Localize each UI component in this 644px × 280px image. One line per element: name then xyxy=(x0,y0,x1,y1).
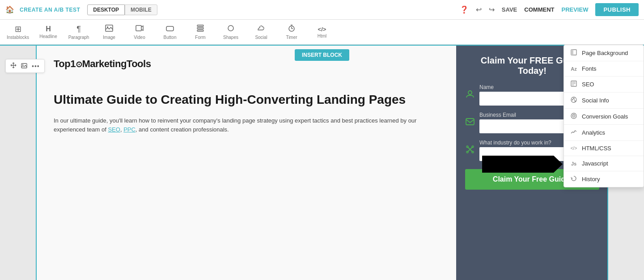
element-toolbar: ⊞ Instablocks H Headline ¶ Paragraph Ima… xyxy=(0,20,644,45)
video-label: Video xyxy=(134,35,145,40)
svg-rect-15 xyxy=(466,119,474,125)
instablocks-icon: ⊞ xyxy=(15,24,21,34)
toolbar-form[interactable]: Form xyxy=(186,21,215,43)
social-icon xyxy=(258,25,265,34)
dropdown-page-background[interactable]: Page Background xyxy=(564,45,644,61)
svg-point-14 xyxy=(468,91,472,94)
seo-label: SEO xyxy=(582,81,594,88)
svg-line-33 xyxy=(574,99,575,101)
javascript-label: Javascript xyxy=(582,160,608,167)
lp-content: Top1⊙MarketingTools Ultimate Guide to Cr… xyxy=(36,45,608,280)
paragraph-icon: ¶ xyxy=(76,25,81,34)
social-info-label: Social Info xyxy=(582,97,609,104)
desktop-btn[interactable]: DESKTOP xyxy=(87,4,125,15)
body-link-ppc[interactable]: PPC xyxy=(123,126,136,133)
comment-btn[interactable]: COMMENT xyxy=(524,6,554,13)
dropdown-conversion-goals[interactable]: Conversion Goals xyxy=(564,109,644,125)
dropdown-history[interactable]: History xyxy=(564,171,644,187)
home-icon[interactable]: 🏠 xyxy=(5,5,14,14)
paragraph-label: Paragraph xyxy=(68,35,89,40)
dropdown-fonts[interactable]: Az Fonts xyxy=(564,61,644,76)
page-background-label: Page Background xyxy=(582,50,628,56)
undo-icon[interactable]: ↩ xyxy=(476,5,482,14)
toolbar-social[interactable]: Social xyxy=(247,21,275,43)
svg-rect-6 xyxy=(197,30,203,31)
toolbar-paragraph[interactable]: ¶ Paragraph xyxy=(64,21,93,43)
redo-icon[interactable]: ↪ xyxy=(489,5,495,14)
body-link-seo[interactable]: SEO xyxy=(108,126,120,133)
block-toolbar: ••• xyxy=(5,59,45,73)
block-move-btn[interactable] xyxy=(9,61,17,71)
lp-heading: Ultimate Guide to Creating High-Converti… xyxy=(54,92,443,107)
toolbar-image[interactable]: Image xyxy=(95,21,123,43)
conversion-goals-icon xyxy=(570,113,577,120)
headline-icon: H xyxy=(46,25,51,33)
page-background-icon xyxy=(570,49,577,57)
toolbar-timer[interactable]: Timer xyxy=(277,21,306,43)
toolbar-button[interactable]: Button xyxy=(156,21,184,43)
toolbar-instablocks[interactable]: ⊞ Instablocks xyxy=(4,21,32,43)
main-area: INSERT BLOCK ••• Top1⊙MarketingTools xyxy=(0,45,644,280)
block-image-btn[interactable] xyxy=(20,62,28,71)
industry-field-icon xyxy=(465,145,475,156)
analytics-icon xyxy=(570,129,577,136)
svg-rect-23 xyxy=(571,50,573,55)
device-switcher: DESKTOP MOBILE xyxy=(87,4,157,15)
publish-btn[interactable]: PUBLISH xyxy=(595,3,639,16)
logo-text: Top1 xyxy=(54,58,76,69)
social-info-icon xyxy=(570,97,577,104)
button-icon xyxy=(166,25,174,34)
lp-body: In our ultimate guide, you'll learn how … xyxy=(54,116,443,135)
svg-rect-4 xyxy=(197,25,203,26)
preview-btn[interactable]: PREVIEW xyxy=(561,6,588,13)
canvas-inner: Top1⊙MarketingTools Ultimate Guide to Cr… xyxy=(36,45,608,280)
conversion-goals-label: Conversion Goals xyxy=(582,113,628,120)
svg-point-36 xyxy=(573,115,574,116)
history-icon xyxy=(570,175,577,183)
dropdown-analytics[interactable]: Analytics xyxy=(564,125,644,141)
analytics-label: Analytics xyxy=(582,129,605,136)
instablocks-label: Instablocks xyxy=(7,35,29,40)
dropdown-social-info[interactable]: Social Info xyxy=(564,93,644,109)
timer-icon xyxy=(288,25,295,34)
html-css-label: HTML/CSS xyxy=(582,145,611,152)
html-icon: </> xyxy=(318,26,326,33)
javascript-icon: Js xyxy=(570,161,577,166)
form-label: Form xyxy=(195,35,205,40)
settings-dropdown: Page Background Az Fonts SEO Social Info… xyxy=(564,45,644,187)
fonts-icon: Az xyxy=(570,66,577,72)
insert-block-btn[interactable]: INSERT BLOCK xyxy=(295,49,349,61)
svg-line-32 xyxy=(573,99,573,99)
dropdown-javascript[interactable]: Js Javascript xyxy=(564,156,644,171)
image-label: Image xyxy=(103,35,115,40)
svg-rect-3 xyxy=(166,26,174,31)
headline-label: Headline xyxy=(39,34,57,39)
svg-point-13 xyxy=(22,64,23,65)
toolbar-html[interactable]: </> Html xyxy=(308,21,336,43)
logo-suffix: MarketingTools xyxy=(82,58,151,69)
lp-logo: Top1⊙MarketingTools xyxy=(54,58,443,70)
fonts-label: Fonts xyxy=(582,65,597,72)
dropdown-html-css[interactable]: </> HTML/CSS xyxy=(564,141,644,156)
toolbar-video[interactable]: Video xyxy=(125,21,154,43)
help-icon[interactable]: ❓ xyxy=(460,5,469,14)
history-label: History xyxy=(582,176,600,182)
ab-test-link[interactable]: CREATE AN A/B TEST xyxy=(20,7,80,13)
block-more-btn[interactable]: ••• xyxy=(31,62,41,71)
dropdown-seo[interactable]: SEO xyxy=(564,76,644,93)
email-field-icon xyxy=(465,118,475,127)
svg-rect-2 xyxy=(136,25,141,31)
image-icon xyxy=(105,25,113,34)
toolbar-headline[interactable]: H Headline xyxy=(34,21,63,43)
toolbar-shapes[interactable]: Shapes xyxy=(216,21,245,43)
html-label: Html xyxy=(318,34,327,38)
mobile-btn[interactable]: MOBILE xyxy=(125,4,157,15)
body-end: , and content creation professionals. xyxy=(136,126,229,133)
save-btn[interactable]: SAVE xyxy=(502,6,517,13)
button-label: Button xyxy=(164,35,177,40)
shapes-label: Shapes xyxy=(223,35,238,40)
canvas: INSERT BLOCK ••• Top1⊙MarketingTools xyxy=(0,45,644,280)
social-label: Social xyxy=(255,35,267,40)
nav-actions: ❓ ↩ ↪ SAVE COMMENT PREVIEW PUBLISH xyxy=(460,3,639,16)
lp-left: Top1⊙MarketingTools Ultimate Guide to Cr… xyxy=(36,45,456,280)
